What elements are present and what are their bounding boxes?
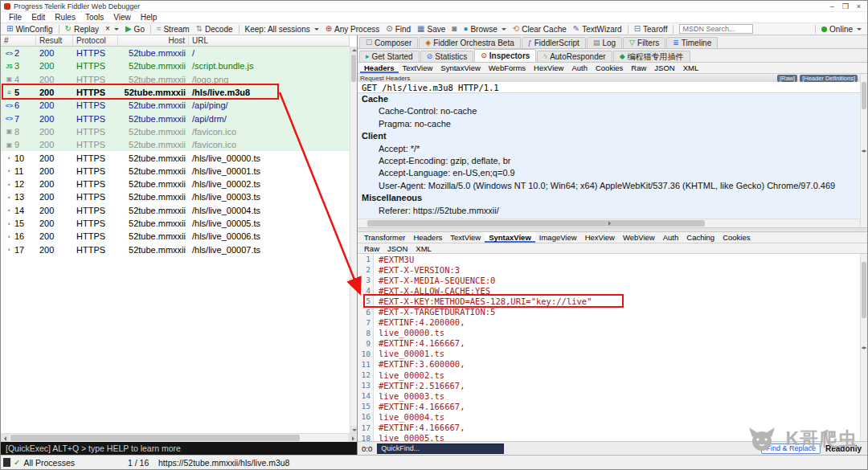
header-group-client[interactable]: Client: [358, 130, 860, 142]
response-tab-json[interactable]: JSON: [383, 243, 411, 253]
request-line[interactable]: GET /hls/live.m3u8 HTTP/1.1: [358, 82, 860, 93]
tab-get-started[interactable]: ▸Get Started: [359, 51, 420, 62]
menu-edit[interactable]: Edit: [27, 13, 50, 22]
response-line-3[interactable]: 3#EXT-X-MEDIA-SEQUENCE:0: [358, 275, 860, 285]
session-row-10[interactable]: ▪10200HTTPS52tube.mmxxii/hls/live_00000.…: [1, 151, 350, 164]
session-vertical-scrollbar[interactable]: [350, 47, 357, 433]
toolbar-winconfig-button[interactable]: ⊞WinConfig: [3, 23, 56, 35]
session-row-13[interactable]: ▪13200HTTPS52tube.mmxxii/hls/live_00003.…: [1, 190, 350, 203]
menu-tools[interactable]: Tools: [80, 13, 108, 22]
raw-link[interactable]: [Raw]: [777, 75, 797, 82]
toolbar-go-button[interactable]: ▶Go: [122, 23, 148, 35]
toolbar-stream-button[interactable]: ≈Stream: [154, 23, 193, 35]
close-button[interactable]: ×: [857, 2, 861, 10]
scroll-thumb[interactable]: [10, 435, 300, 441]
column-header-url[interactable]: URL: [189, 35, 350, 46]
header-entry[interactable]: Referer: https://52tube.mmxxii/: [358, 205, 860, 217]
scroll-thumb[interactable]: [862, 82, 866, 109]
tab-fiddler-orchestra-beta[interactable]: ◈Fiddler Orchestra Beta: [419, 37, 521, 48]
response-line-9[interactable]: 9#EXTINF:4.166667,: [358, 338, 860, 349]
response-tab-auth[interactable]: Auth: [659, 232, 683, 243]
response-line-4[interactable]: 4#EXT-X-ALLOW-CACHE:YES: [358, 285, 860, 296]
toolbar-save-button[interactable]: ▦Save: [414, 23, 448, 35]
header-definitions-link[interactable]: [Header Definitions]: [800, 75, 858, 82]
scroll-thumb[interactable]: [351, 55, 356, 82]
request-tab-syntaxview[interactable]: SyntaxView: [436, 63, 484, 73]
header-entry[interactable]: Pragma: no-cache: [358, 118, 860, 130]
response-line-11[interactable]: 11#EXTINF:3.600000,: [358, 359, 860, 370]
response-line-6[interactable]: 6#EXT-X-TARGETDURATION:5: [358, 306, 860, 317]
tab-filters[interactable]: ▽Filters: [623, 37, 665, 48]
header-group-miscellaneous[interactable]: Miscellaneous: [358, 192, 860, 204]
toolbar-find-button[interactable]: ⊙Find: [383, 23, 414, 35]
column-header-num[interactable]: #: [1, 35, 36, 46]
toolbar-decode-button[interactable]: ⇅Decode: [193, 23, 236, 35]
session-horizontal-scrollbar[interactable]: [1, 433, 357, 442]
column-header-host[interactable]: Host: [118, 35, 189, 46]
response-line-2[interactable]: 2#EXT-X-VERSION:3: [358, 264, 860, 275]
toolbar-replay-button[interactable]: ↻Replay: [62, 23, 103, 35]
session-row-16[interactable]: ▪16200HTTPS52tube.mmxxii/hls/live_00006.…: [1, 230, 350, 243]
response-tab-raw[interactable]: Raw: [360, 243, 383, 253]
response-tab-hexview[interactable]: HexView: [581, 232, 619, 243]
header-entry[interactable]: Accept-Language: en-US,en;q=0.9: [358, 167, 860, 179]
toolbar-clear-cache-button[interactable]: ⟲Clear Cache: [510, 23, 570, 35]
session-row-12[interactable]: ▪12200HTTPS52tube.mmxxii/hls/live_00002.…: [1, 178, 350, 190]
toolbar-any-process-button[interactable]: ⊕Any Process: [322, 23, 383, 35]
session-row-14[interactable]: ▪14200HTTPS52tube.mmxxii/hls/live_00004.…: [1, 204, 350, 217]
menu-file[interactable]: File: [4, 13, 27, 22]
toolbar-textwizard-button[interactable]: ✎TextWizard: [570, 23, 625, 35]
response-line-8[interactable]: 8live_00000.ts: [358, 328, 860, 338]
header-entry[interactable]: Accept-Encoding: gzip, deflate, br: [358, 155, 860, 167]
response-vertical-scrollbar[interactable]: [860, 254, 867, 441]
request-tab-textview[interactable]: TextView: [399, 63, 437, 73]
response-line-12[interactable]: 12live_00002.ts: [358, 370, 860, 380]
session-row-6[interactable]: <>6200HTTPS52tube.mmxxii/api/ping/: [1, 99, 350, 112]
tab-composer[interactable]: ☐Composer: [359, 37, 418, 48]
column-header-protocol[interactable]: Protocol: [73, 35, 118, 46]
toolbar-clear-sessions-button[interactable]: ×: [102, 23, 122, 35]
session-row-8[interactable]: ▣8200HTTPS52tube.mmxxii/favicon.ico: [1, 125, 350, 138]
response-tab-imageview[interactable]: ImageView: [535, 232, 581, 243]
toolbar-keep-button[interactable]: Keep: All sessions: [242, 23, 322, 35]
request-vertical-scrollbar[interactable]: [860, 74, 867, 227]
minimize-button[interactable]: –: [830, 2, 834, 10]
response-line-15[interactable]: 15#EXTINF:4.166667,: [358, 401, 860, 411]
request-tab-hexview[interactable]: HexView: [530, 63, 567, 73]
tab-编程猫专用插件[interactable]: ◆编程猫专用插件: [613, 51, 690, 62]
response-tab-cookies[interactable]: Cookies: [719, 232, 754, 243]
session-row-11[interactable]: ▪11200HTTPS52tube.mmxxii/hls/live_00001.…: [1, 165, 350, 178]
request-tab-headers[interactable]: Headers: [360, 63, 399, 73]
response-line-13[interactable]: 13#EXTINF:2.516667,: [358, 380, 860, 390]
toolbar-tearoff-button[interactable]: ⊟Tearoff: [631, 23, 671, 35]
tab-statistics[interactable]: ⊘Statistics: [420, 51, 474, 62]
header-group-cache[interactable]: Cache: [358, 93, 860, 105]
response-line-7[interactable]: 7#EXTINF:4.200000,: [358, 317, 860, 328]
quickfind-input[interactable]: [377, 443, 504, 454]
request-horizontal-scrollbar[interactable]: [358, 219, 860, 227]
response-line-1[interactable]: 1#EXTM3U: [358, 254, 860, 264]
request-tab-xml[interactable]: XML: [679, 63, 703, 73]
toolbar-camera-button[interactable]: ◙: [448, 23, 460, 35]
tab-inspectors[interactable]: ⊙Inspectors: [474, 49, 536, 62]
menu-help[interactable]: Help: [136, 13, 162, 22]
session-row-2[interactable]: <>2200HTTPS52tube.mmxxii/: [1, 47, 350, 59]
response-line-10[interactable]: 10live_00001.ts: [358, 349, 860, 359]
response-tab-webview[interactable]: WebView: [619, 232, 659, 243]
response-line-14[interactable]: 14live_00003.ts: [358, 390, 860, 401]
scroll-thumb[interactable]: [367, 220, 705, 227]
toolbar-online-button[interactable]: Online: [818, 25, 865, 34]
menu-rules[interactable]: Rules: [50, 13, 80, 22]
process-filter[interactable]: ✓ All Processes: [14, 456, 75, 469]
tab-timeline[interactable]: ≣Timeline: [666, 37, 718, 48]
response-line-5[interactable]: 5#EXT-X-KEY:METHOD=AES-128,URI="key://li…: [358, 296, 860, 306]
session-row-7[interactable]: <>7200HTTPS52tube.mmxxii/api/drm/: [1, 112, 350, 125]
column-header-result[interactable]: Result: [36, 35, 73, 46]
msdn-search-input[interactable]: [679, 24, 753, 34]
response-tab-textview[interactable]: TextView: [446, 232, 485, 243]
response-line-16[interactable]: 16live_00004.ts: [358, 411, 860, 422]
request-tab-cookies[interactable]: Cookies: [592, 63, 627, 73]
menu-view[interactable]: View: [108, 13, 136, 22]
session-row-5[interactable]: ≡5200HTTPS52tube.mmxxii/hls/live.m3u8: [1, 86, 350, 99]
scroll-thumb[interactable]: [862, 262, 866, 318]
